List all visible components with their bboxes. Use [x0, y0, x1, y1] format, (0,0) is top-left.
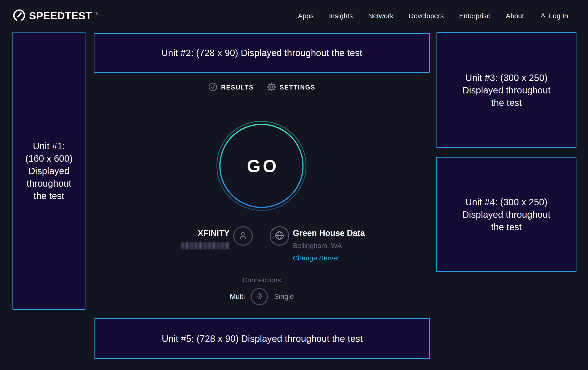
connections-mode-toggle[interactable]	[251, 288, 268, 305]
login-button[interactable]: Log In	[539, 11, 568, 20]
server-globe-badge	[270, 226, 289, 246]
ad-unit-3-text: Unit #3: (300 x 250) Displayed throughou…	[437, 71, 576, 109]
ad-unit-1-text: Unit #1: (160 x 600) Displayed throughou…	[13, 140, 85, 202]
nav-item-apps[interactable]: Apps	[298, 12, 314, 20]
ad-unit-3[interactable]: Unit #3: (300 x 250) Displayed throughou…	[437, 32, 577, 148]
ad-unit-2[interactable]: Unit #2: (728 x 90) Displayed throughout…	[94, 33, 430, 73]
server-location: Bellingham, WA	[293, 242, 365, 250]
multi-connection-icon	[254, 291, 264, 302]
check-circle-icon	[208, 82, 218, 93]
connections-label: Connections	[242, 276, 281, 284]
ad-unit-5[interactable]: Unit #5: (728 x 90) Displayed throughout…	[94, 318, 430, 359]
server-name: Green House Data	[293, 228, 365, 238]
nav-item-about[interactable]: About	[506, 12, 524, 20]
registered-trademark: ®	[96, 12, 98, 15]
ad-unit-1[interactable]: Unit #1: (160 x 600) Displayed throughou…	[12, 32, 85, 310]
tabs-bar: RESULTS	[94, 82, 430, 93]
tab-settings[interactable]: SETTINGS	[267, 82, 315, 93]
nav-item-network[interactable]: Network	[368, 12, 394, 20]
tab-settings-label: SETTINGS	[280, 84, 315, 91]
redacted-ip-address	[181, 242, 230, 249]
ad-unit-2-text: Unit #2: (728 x 90) Displayed throughout…	[94, 47, 429, 59]
isp-avatar	[233, 226, 253, 246]
ad-unit-4[interactable]: Unit #4: (300 x 250) Displayed throughou…	[436, 157, 577, 272]
go-button[interactable]: GO	[216, 121, 307, 211]
change-server-link[interactable]: Change Server	[293, 254, 365, 262]
tab-results-label: RESULTS	[221, 84, 254, 91]
speedometer-logo-icon	[12, 9, 26, 23]
go-button-label: GO	[216, 121, 307, 211]
logo-wordmark: SPEEDTEST	[29, 10, 92, 22]
tab-results[interactable]: RESULTS	[208, 82, 254, 93]
connections-single-option[interactable]: Single	[274, 292, 294, 301]
speedtest-logo[interactable]: SPEEDTEST ®	[12, 9, 98, 23]
globe-icon	[274, 230, 285, 242]
ad-unit-4-text: Unit #4: (300 x 250) Displayed throughou…	[437, 196, 576, 233]
connections-section: Connections Multi Single	[94, 276, 430, 305]
gear-icon	[267, 82, 276, 93]
nav-item-insights[interactable]: Insights	[329, 12, 353, 20]
connections-multi-option[interactable]: Multi	[230, 292, 245, 301]
connections-toggle-row: Multi Single	[230, 288, 294, 305]
login-label: Log In	[549, 12, 568, 20]
user-icon	[539, 11, 547, 20]
isp-name: XFINITY	[94, 228, 230, 238]
ad-unit-5-text: Unit #5: (728 x 90) Displayed throughout…	[95, 332, 429, 345]
top-nav-bar: SPEEDTEST ® Apps Insights Network Develo…	[0, 0, 588, 32]
server-info: Green House Data Bellingham, WA Change S…	[293, 228, 365, 262]
speedtest-page: SPEEDTEST ® Apps Insights Network Develo…	[0, 0, 588, 370]
nav-item-enterprise[interactable]: Enterprise	[459, 12, 491, 20]
user-icon	[238, 230, 248, 241]
nav-item-developers[interactable]: Developers	[409, 12, 444, 20]
main-nav: Apps Insights Network Developers Enterpr…	[298, 11, 568, 20]
